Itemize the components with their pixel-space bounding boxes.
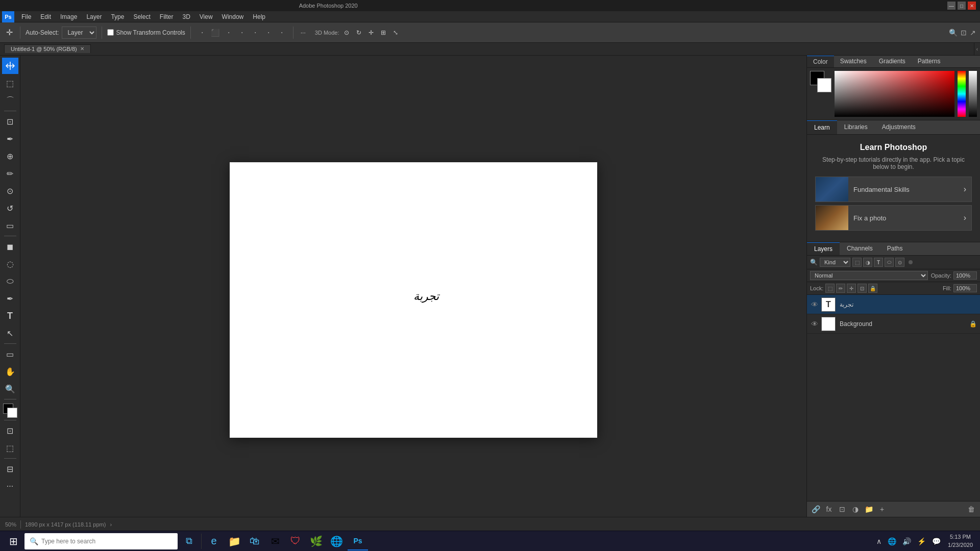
artboards-btn[interactable]: ⊟ — [2, 461, 18, 477]
lock-pixels-btn[interactable]: ⬚ — [825, 284, 835, 293]
document-tab[interactable]: Untitled-1 @ 50% (RGB/8) ✕ — [4, 44, 91, 53]
quick-mask-btn[interactable]: ⊡ — [2, 422, 18, 439]
edge-btn[interactable]: e — [205, 532, 223, 550]
more-tools-btn[interactable]: ··· — [2, 478, 18, 494]
menu-edit[interactable]: Edit — [36, 12, 55, 21]
link-layers-btn[interactable]: 🔗 — [810, 504, 821, 515]
tab-adjustments[interactable]: Adjustments — [875, 120, 923, 134]
canvas-document[interactable]: تجربة — [230, 162, 597, 438]
color-picker-gradient[interactable] — [835, 71, 954, 117]
move-tool-btn[interactable]: ✛ — [4, 27, 15, 38]
rectangle-tool[interactable]: ▭ — [2, 346, 18, 362]
align-center-btn[interactable]: ⬛ — [209, 27, 222, 39]
tab-layers[interactable]: Layers — [807, 242, 840, 255]
layer-row-background[interactable]: 👁 Background 🔒 — [807, 314, 980, 334]
photos-btn[interactable]: 🌿 — [307, 532, 325, 550]
align-top-btn[interactable]: ⬝ — [236, 27, 248, 39]
align-left-btn[interactable]: ⬝ — [196, 27, 208, 39]
zoom-tool[interactable]: 🔍 — [2, 381, 18, 397]
menu-image[interactable]: Image — [56, 12, 81, 21]
bg-color-swatch[interactable] — [817, 78, 831, 92]
3d-orbit-btn[interactable]: ⊙ — [342, 28, 351, 37]
dodge-tool[interactable]: ⬭ — [2, 273, 18, 289]
tab-swatches[interactable]: Swatches — [834, 56, 873, 67]
filter-smart-icon[interactable]: ⊙ — [895, 258, 904, 267]
mail-btn[interactable]: ✉ — [266, 532, 284, 550]
maximize-button[interactable]: □ — [958, 2, 966, 10]
eyedropper-tool[interactable]: ✒ — [2, 131, 18, 147]
explorer-btn[interactable]: 📁 — [225, 532, 243, 550]
tutorial-card-photo[interactable]: Fix a photo › — [815, 205, 972, 231]
3d-scale-btn[interactable]: ⤡ — [391, 28, 400, 37]
filter-adjustment-icon[interactable]: ◑ — [863, 258, 872, 267]
menu-select[interactable]: Select — [129, 12, 154, 21]
store-btn[interactable]: 🛍 — [246, 532, 264, 550]
more-options-btn[interactable]: ··· — [299, 28, 308, 37]
distribute-v-btn[interactable]: ⬝ — [262, 27, 275, 39]
add-layer-btn[interactable]: + — [876, 504, 888, 515]
blur-tool[interactable]: ◌ — [2, 256, 18, 272]
history-brush[interactable]: ↺ — [2, 200, 18, 216]
doc-tab-close[interactable]: ✕ — [80, 46, 84, 52]
color-alpha-bar[interactable] — [969, 71, 977, 117]
tab-channels[interactable]: Channels — [840, 242, 880, 255]
gradient-tool[interactable]: ◼ — [2, 238, 18, 255]
menu-file[interactable]: File — [17, 12, 35, 21]
taskbar-search-input[interactable] — [41, 538, 173, 545]
share-icon[interactable]: ↗ — [970, 29, 976, 37]
canvas-area[interactable]: تجربة — [20, 56, 806, 517]
add-adjustment-btn[interactable]: ◑ — [850, 504, 861, 515]
menu-help[interactable]: Help — [249, 12, 270, 21]
menu-3d[interactable]: 3D — [178, 12, 194, 21]
tutorial-card-skills[interactable]: Fundamental Skills › — [815, 177, 972, 202]
menu-filter[interactable]: Filter — [156, 12, 178, 21]
3d-slide-btn[interactable]: ⊞ — [379, 28, 388, 37]
clone-tool[interactable]: ⊙ — [2, 183, 18, 199]
search-icon[interactable]: 🔍 — [949, 29, 958, 37]
tab-paths[interactable]: Paths — [880, 242, 910, 255]
lasso-tool[interactable]: ⌒ — [2, 92, 18, 109]
taskbar-search[interactable]: 🔍 — [24, 533, 178, 549]
distribute-h-btn[interactable]: ⬝ — [249, 27, 261, 39]
start-button[interactable]: ⊞ — [4, 532, 22, 550]
fill-input[interactable] — [953, 284, 977, 292]
info-expand-btn[interactable]: › — [110, 521, 112, 528]
workspace-icon[interactable]: ⊡ — [961, 29, 967, 37]
layer-kind-select[interactable]: Kind Name Effect — [820, 258, 850, 267]
3d-roll-btn[interactable]: ↻ — [354, 28, 363, 37]
pen-tool[interactable]: ✒ — [2, 290, 18, 307]
color-spectrum-bar[interactable] — [958, 71, 966, 117]
brush-tool[interactable]: ✏ — [2, 165, 18, 182]
align-bottom-btn[interactable]: ⬝ — [276, 27, 288, 39]
show-transform-checkbox[interactable] — [107, 29, 114, 36]
tab-gradients[interactable]: Gradients — [873, 56, 912, 67]
security-btn[interactable]: 🛡 — [286, 532, 305, 550]
align-right-btn[interactable]: ⬝ — [223, 27, 235, 39]
add-group-btn[interactable]: 📁 — [863, 504, 874, 515]
move-tool[interactable] — [2, 58, 18, 74]
photoshop-btn[interactable]: Ps — [348, 532, 368, 550]
lock-all-btn[interactable]: 🔒 — [868, 284, 877, 293]
lock-artboard-btn[interactable]: ⊡ — [857, 284, 867, 293]
type-tool[interactable]: T — [2, 308, 18, 324]
blend-mode-select[interactable]: Normal Multiply Screen — [810, 271, 928, 280]
tab-learn[interactable]: Learn — [807, 120, 837, 134]
menu-window[interactable]: Window — [218, 12, 248, 21]
task-view-btn[interactable]: ⧉ — [180, 532, 198, 550]
delete-layer-btn[interactable]: 🗑 — [966, 504, 977, 515]
path-select-tool[interactable]: ↖ — [2, 325, 18, 341]
layer-fx-btn[interactable]: fx — [823, 504, 835, 515]
filter-shape-icon[interactable]: ⬭ — [885, 258, 894, 267]
filter-type-icon[interactable]: T — [874, 258, 883, 267]
hand-tool[interactable]: ✋ — [2, 363, 18, 380]
tray-action-center-icon[interactable]: 💬 — [930, 536, 943, 546]
menu-layer[interactable]: Layer — [82, 12, 106, 21]
tab-libraries[interactable]: Libraries — [837, 120, 875, 134]
menu-view[interactable]: View — [195, 12, 217, 21]
eraser-tool[interactable]: ▭ — [2, 217, 18, 234]
layer-visibility-bg[interactable]: 👁 — [810, 319, 819, 329]
add-mask-btn[interactable]: ⊡ — [837, 504, 848, 515]
spot-heal-tool[interactable]: ⊕ — [2, 148, 18, 164]
show-transform-label[interactable]: Show Transform Controls — [107, 29, 185, 36]
layer-select[interactable]: Layer Group — [62, 27, 96, 39]
